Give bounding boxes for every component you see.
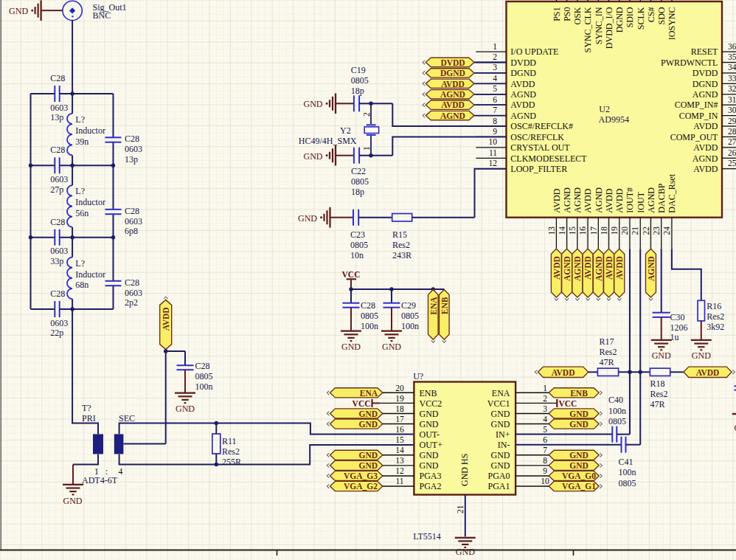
svg-text:RESET: RESET [691, 46, 718, 57]
svg-text:GND: GND [491, 450, 510, 460]
svg-text:R11: R11 [222, 436, 237, 446]
svg-text:AVDD: AVDD [605, 256, 614, 280]
svg-text:31: 31 [728, 95, 736, 104]
svg-text:2: 2 [493, 52, 497, 61]
svg-text:C23: C23 [350, 229, 365, 240]
svg-text:Res2: Res2 [650, 389, 668, 399]
svg-text:Y2: Y2 [340, 125, 351, 136]
svg-text:OSC#/REFCLK#: OSC#/REFCLK# [510, 121, 573, 131]
svg-text:ENB: ENB [420, 388, 437, 398]
svg-text:20: 20 [620, 227, 629, 235]
svg-text:GND: GND [456, 547, 475, 557]
svg-text:U2: U2 [599, 104, 610, 114]
svg-text:18: 18 [600, 227, 608, 235]
svg-text:GND: GND [420, 460, 439, 471]
svg-text:AGND: AGND [647, 256, 656, 281]
svg-text:18p: 18p [351, 86, 364, 96]
svg-text:22: 22 [642, 227, 650, 235]
svg-text:18: 18 [395, 404, 404, 413]
svg-text:GND: GND [491, 409, 510, 419]
svg-text:R17: R17 [600, 336, 614, 347]
svg-text:0805: 0805 [361, 311, 378, 321]
svg-text:4: 4 [543, 415, 547, 424]
svg-text:9: 9 [493, 127, 497, 136]
svg-text:SYNC_IN: SYNC_IN [594, 7, 604, 44]
svg-text:0603: 0603 [50, 103, 68, 113]
svg-text:27: 27 [728, 137, 736, 146]
svg-text:AVDD: AVDD [693, 121, 718, 131]
svg-text:0805: 0805 [351, 176, 369, 187]
svg-text:AGND: AGND [510, 111, 536, 121]
svg-text:ENA: ENA [429, 297, 438, 315]
svg-text:13p: 13p [50, 112, 63, 122]
svg-text:1206: 1206 [670, 322, 687, 333]
svg-text:AVDD: AVDD [583, 256, 592, 280]
svg-text:47R: 47R [600, 357, 614, 367]
svg-text:VCC: VCC [559, 399, 577, 408]
svg-text:CRYSTAL OUT: CRYSTAL OUT [510, 142, 570, 153]
svg-text:4: 4 [493, 74, 497, 83]
svg-text:CLKMODESELECT: CLKMODESELECT [510, 153, 587, 164]
svg-text:AVDD: AVDD [693, 142, 718, 153]
svg-text:GND: GND [420, 409, 439, 419]
svg-text:AVDD: AVDD [552, 188, 562, 212]
svg-text:10n: 10n [350, 250, 364, 260]
svg-text:SYNC_CLK: SYNC_CLK [583, 7, 593, 52]
svg-text:C19: C19 [351, 65, 366, 75]
svg-text:PGA3: PGA3 [420, 471, 442, 481]
svg-text:4: 4 [118, 467, 122, 476]
svg-text:100n: 100n [401, 321, 419, 331]
svg-text:GND: GND [304, 99, 323, 109]
svg-text:VCC: VCC [342, 270, 361, 279]
svg-text:COMP_OUT: COMP_OUT [670, 132, 718, 142]
svg-text:OSK: OSK [572, 7, 583, 24]
svg-text:GND HS: GND HS [459, 454, 470, 486]
svg-text:36: 36 [728, 42, 736, 51]
svg-text:COMP_IN: COMP_IN [679, 111, 718, 121]
svg-text:32: 32 [728, 84, 736, 93]
svg-text:SCLK: SCLK [636, 7, 646, 30]
svg-text:LOOP_FILTER: LOOP_FILTER [510, 164, 567, 174]
svg-text:IOUT: IOUT [636, 191, 646, 212]
svg-text:GND: GND [358, 451, 378, 460]
svg-text:GND: GND [382, 342, 401, 352]
svg-text:0603: 0603 [125, 216, 142, 227]
svg-text:13: 13 [547, 227, 556, 235]
svg-text:0805: 0805 [351, 75, 369, 86]
svg-text:22p: 22p [50, 328, 63, 338]
svg-text:DGND: DGND [510, 68, 536, 78]
svg-text:DVDD: DVDD [440, 58, 465, 67]
svg-text:0805: 0805 [619, 478, 636, 488]
svg-text:19: 19 [395, 394, 404, 403]
svg-text:PGA2: PGA2 [420, 481, 442, 491]
svg-text:15: 15 [395, 435, 404, 444]
svg-text:100n: 100n [608, 406, 626, 416]
svg-text:7: 7 [493, 106, 497, 114]
svg-text:Res2: Res2 [392, 240, 410, 250]
svg-text:OUT+: OUT+ [420, 440, 443, 450]
svg-text:DAC_Rset: DAC_Rset [667, 173, 677, 212]
svg-text:C40: C40 [608, 395, 623, 405]
svg-text:0805: 0805 [350, 240, 368, 250]
svg-text:ENB: ENB [440, 297, 449, 314]
svg-text:VGA_G0: VGA_G0 [562, 471, 596, 480]
svg-text:C28: C28 [125, 134, 139, 144]
svg-text:DGND: DGND [614, 7, 625, 32]
svg-text:AGND: AGND [562, 187, 572, 213]
svg-text:AD9954: AD9954 [599, 114, 629, 125]
svg-text:R18: R18 [650, 378, 665, 389]
svg-text:AGND: AGND [510, 89, 536, 100]
svg-text:PS0: PS0 [562, 7, 572, 21]
svg-text:2p2: 2p2 [125, 297, 138, 308]
svg-text:OUT-: OUT- [420, 429, 440, 440]
svg-text:GND: GND [358, 461, 378, 470]
svg-text:33: 33 [728, 74, 736, 83]
svg-text:255R: 255R [222, 457, 241, 467]
svg-text:0805: 0805 [401, 311, 419, 321]
svg-text:AVDD: AVDD [693, 164, 718, 174]
svg-text:AVDD: AVDD [162, 307, 170, 331]
svg-text:GND: GND [176, 404, 195, 414]
svg-text:AVDD: AVDD [696, 368, 720, 377]
svg-text:AVDD: AVDD [510, 100, 535, 110]
svg-text:ENA: ENA [360, 389, 378, 398]
